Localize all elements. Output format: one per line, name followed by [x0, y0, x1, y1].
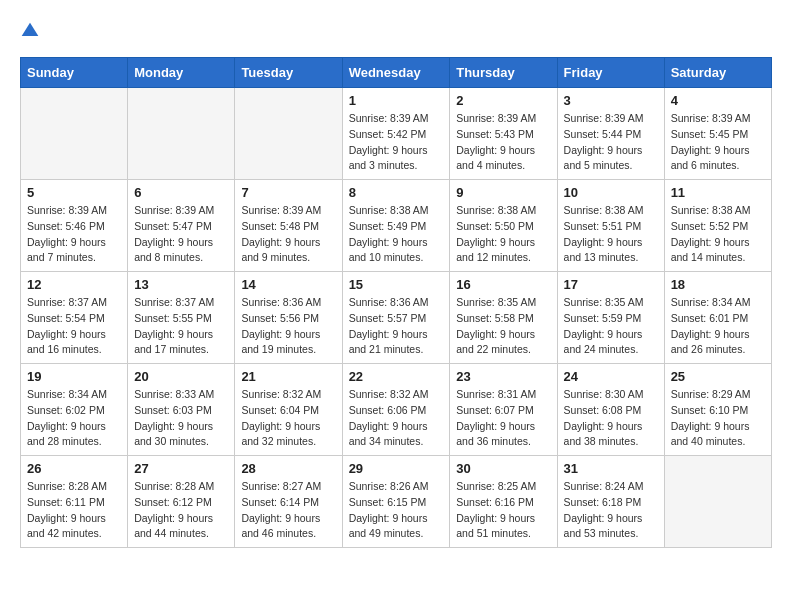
calendar-cell: 20Sunrise: 8:33 AM Sunset: 6:03 PM Dayli… — [128, 364, 235, 456]
day-number: 16 — [456, 277, 550, 292]
calendar-cell: 3Sunrise: 8:39 AM Sunset: 5:44 PM Daylig… — [557, 88, 664, 180]
day-info: Sunrise: 8:38 AM Sunset: 5:50 PM Dayligh… — [456, 203, 550, 266]
day-info: Sunrise: 8:24 AM Sunset: 6:18 PM Dayligh… — [564, 479, 658, 542]
day-info: Sunrise: 8:37 AM Sunset: 5:54 PM Dayligh… — [27, 295, 121, 358]
weekday-header-row: SundayMondayTuesdayWednesdayThursdayFrid… — [21, 58, 772, 88]
day-info: Sunrise: 8:27 AM Sunset: 6:14 PM Dayligh… — [241, 479, 335, 542]
day-info: Sunrise: 8:39 AM Sunset: 5:43 PM Dayligh… — [456, 111, 550, 174]
day-info: Sunrise: 8:28 AM Sunset: 6:12 PM Dayligh… — [134, 479, 228, 542]
day-info: Sunrise: 8:31 AM Sunset: 6:07 PM Dayligh… — [456, 387, 550, 450]
day-info: Sunrise: 8:39 AM Sunset: 5:46 PM Dayligh… — [27, 203, 121, 266]
page-header — [20, 20, 772, 41]
calendar-cell: 21Sunrise: 8:32 AM Sunset: 6:04 PM Dayli… — [235, 364, 342, 456]
logo-icon — [20, 21, 40, 41]
day-number: 27 — [134, 461, 228, 476]
day-info: Sunrise: 8:35 AM Sunset: 5:59 PM Dayligh… — [564, 295, 658, 358]
calendar-cell: 28Sunrise: 8:27 AM Sunset: 6:14 PM Dayli… — [235, 456, 342, 548]
weekday-header-sunday: Sunday — [21, 58, 128, 88]
weekday-header-saturday: Saturday — [664, 58, 771, 88]
calendar-week-row: 1Sunrise: 8:39 AM Sunset: 5:42 PM Daylig… — [21, 88, 772, 180]
day-number: 15 — [349, 277, 444, 292]
calendar-cell: 22Sunrise: 8:32 AM Sunset: 6:06 PM Dayli… — [342, 364, 450, 456]
logo — [20, 20, 44, 41]
day-number: 19 — [27, 369, 121, 384]
day-number: 12 — [27, 277, 121, 292]
calendar-cell: 26Sunrise: 8:28 AM Sunset: 6:11 PM Dayli… — [21, 456, 128, 548]
calendar-cell: 1Sunrise: 8:39 AM Sunset: 5:42 PM Daylig… — [342, 88, 450, 180]
day-number: 29 — [349, 461, 444, 476]
day-number: 7 — [241, 185, 335, 200]
day-number: 2 — [456, 93, 550, 108]
calendar-header: SundayMondayTuesdayWednesdayThursdayFrid… — [21, 58, 772, 88]
calendar-cell: 23Sunrise: 8:31 AM Sunset: 6:07 PM Dayli… — [450, 364, 557, 456]
day-info: Sunrise: 8:29 AM Sunset: 6:10 PM Dayligh… — [671, 387, 765, 450]
day-info: Sunrise: 8:34 AM Sunset: 6:02 PM Dayligh… — [27, 387, 121, 450]
day-number: 13 — [134, 277, 228, 292]
calendar-cell — [128, 88, 235, 180]
calendar-cell: 2Sunrise: 8:39 AM Sunset: 5:43 PM Daylig… — [450, 88, 557, 180]
calendar-cell: 15Sunrise: 8:36 AM Sunset: 5:57 PM Dayli… — [342, 272, 450, 364]
svg-marker-0 — [22, 22, 39, 35]
day-number: 18 — [671, 277, 765, 292]
day-info: Sunrise: 8:38 AM Sunset: 5:49 PM Dayligh… — [349, 203, 444, 266]
calendar-cell — [21, 88, 128, 180]
calendar-cell: 14Sunrise: 8:36 AM Sunset: 5:56 PM Dayli… — [235, 272, 342, 364]
day-info: Sunrise: 8:28 AM Sunset: 6:11 PM Dayligh… — [27, 479, 121, 542]
day-number: 1 — [349, 93, 444, 108]
weekday-header-monday: Monday — [128, 58, 235, 88]
day-info: Sunrise: 8:39 AM Sunset: 5:45 PM Dayligh… — [671, 111, 765, 174]
day-number: 23 — [456, 369, 550, 384]
calendar-table: SundayMondayTuesdayWednesdayThursdayFrid… — [20, 57, 772, 548]
day-number: 24 — [564, 369, 658, 384]
day-info: Sunrise: 8:32 AM Sunset: 6:06 PM Dayligh… — [349, 387, 444, 450]
day-number: 26 — [27, 461, 121, 476]
day-info: Sunrise: 8:26 AM Sunset: 6:15 PM Dayligh… — [349, 479, 444, 542]
day-info: Sunrise: 8:30 AM Sunset: 6:08 PM Dayligh… — [564, 387, 658, 450]
calendar-cell: 6Sunrise: 8:39 AM Sunset: 5:47 PM Daylig… — [128, 180, 235, 272]
day-number: 28 — [241, 461, 335, 476]
calendar-week-row: 19Sunrise: 8:34 AM Sunset: 6:02 PM Dayli… — [21, 364, 772, 456]
calendar-cell — [664, 456, 771, 548]
day-info: Sunrise: 8:34 AM Sunset: 6:01 PM Dayligh… — [671, 295, 765, 358]
calendar-cell: 10Sunrise: 8:38 AM Sunset: 5:51 PM Dayli… — [557, 180, 664, 272]
calendar-cell: 4Sunrise: 8:39 AM Sunset: 5:45 PM Daylig… — [664, 88, 771, 180]
day-number: 6 — [134, 185, 228, 200]
day-number: 21 — [241, 369, 335, 384]
day-info: Sunrise: 8:32 AM Sunset: 6:04 PM Dayligh… — [241, 387, 335, 450]
calendar-cell: 25Sunrise: 8:29 AM Sunset: 6:10 PM Dayli… — [664, 364, 771, 456]
day-number: 31 — [564, 461, 658, 476]
day-info: Sunrise: 8:39 AM Sunset: 5:42 PM Dayligh… — [349, 111, 444, 174]
day-info: Sunrise: 8:36 AM Sunset: 5:57 PM Dayligh… — [349, 295, 444, 358]
calendar-cell: 17Sunrise: 8:35 AM Sunset: 5:59 PM Dayli… — [557, 272, 664, 364]
day-number: 30 — [456, 461, 550, 476]
day-info: Sunrise: 8:39 AM Sunset: 5:44 PM Dayligh… — [564, 111, 658, 174]
day-number: 3 — [564, 93, 658, 108]
calendar-cell: 29Sunrise: 8:26 AM Sunset: 6:15 PM Dayli… — [342, 456, 450, 548]
calendar-week-row: 5Sunrise: 8:39 AM Sunset: 5:46 PM Daylig… — [21, 180, 772, 272]
calendar-cell: 8Sunrise: 8:38 AM Sunset: 5:49 PM Daylig… — [342, 180, 450, 272]
weekday-header-thursday: Thursday — [450, 58, 557, 88]
calendar-cell: 27Sunrise: 8:28 AM Sunset: 6:12 PM Dayli… — [128, 456, 235, 548]
calendar-week-row: 26Sunrise: 8:28 AM Sunset: 6:11 PM Dayli… — [21, 456, 772, 548]
weekday-header-wednesday: Wednesday — [342, 58, 450, 88]
calendar-cell: 7Sunrise: 8:39 AM Sunset: 5:48 PM Daylig… — [235, 180, 342, 272]
day-number: 9 — [456, 185, 550, 200]
calendar-cell: 18Sunrise: 8:34 AM Sunset: 6:01 PM Dayli… — [664, 272, 771, 364]
day-number: 11 — [671, 185, 765, 200]
calendar-cell: 19Sunrise: 8:34 AM Sunset: 6:02 PM Dayli… — [21, 364, 128, 456]
day-number: 20 — [134, 369, 228, 384]
calendar-cell: 24Sunrise: 8:30 AM Sunset: 6:08 PM Dayli… — [557, 364, 664, 456]
day-info: Sunrise: 8:39 AM Sunset: 5:47 PM Dayligh… — [134, 203, 228, 266]
day-info: Sunrise: 8:25 AM Sunset: 6:16 PM Dayligh… — [456, 479, 550, 542]
day-number: 4 — [671, 93, 765, 108]
calendar-cell: 30Sunrise: 8:25 AM Sunset: 6:16 PM Dayli… — [450, 456, 557, 548]
day-number: 10 — [564, 185, 658, 200]
calendar-cell: 9Sunrise: 8:38 AM Sunset: 5:50 PM Daylig… — [450, 180, 557, 272]
calendar-cell: 16Sunrise: 8:35 AM Sunset: 5:58 PM Dayli… — [450, 272, 557, 364]
day-number: 8 — [349, 185, 444, 200]
calendar-cell — [235, 88, 342, 180]
weekday-header-friday: Friday — [557, 58, 664, 88]
day-info: Sunrise: 8:33 AM Sunset: 6:03 PM Dayligh… — [134, 387, 228, 450]
day-number: 14 — [241, 277, 335, 292]
day-info: Sunrise: 8:35 AM Sunset: 5:58 PM Dayligh… — [456, 295, 550, 358]
